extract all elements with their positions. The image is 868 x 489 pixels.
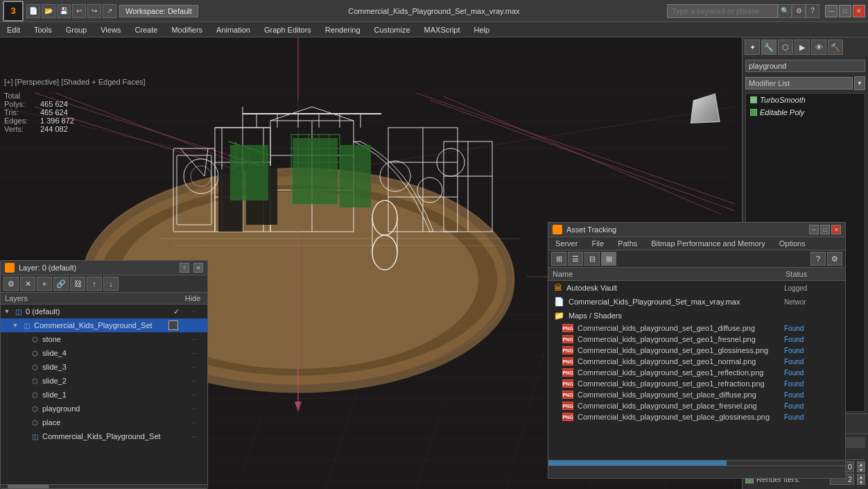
- asset-file-item[interactable]: PNG Commercial_kids_playground_set_geo1_…: [548, 367, 845, 378]
- ts-iterations-up[interactable]: ▲: [857, 461, 865, 467]
- ts-iterations-down[interactable]: ▼: [857, 467, 865, 472]
- turbosmooth-dot: [750, 96, 757, 103]
- menu-modifiers[interactable]: Modifiers: [164, 22, 209, 37]
- search-btn[interactable]: 🔍: [778, 4, 792, 18]
- layer-item[interactable]: ▼ ◫ 0 (default) ✓ ···: [1, 304, 207, 318]
- layers-new-btn[interactable]: +: [37, 277, 52, 291]
- layer-check: ✓: [171, 307, 181, 316]
- select-btn[interactable]: ↗: [103, 4, 116, 18]
- close-btn[interactable]: ✕: [853, 5, 865, 17]
- utilities-tab-btn[interactable]: 🔨: [828, 40, 843, 55]
- menu-animation[interactable]: Animation: [209, 22, 257, 37]
- modifier-turbosmooth[interactable]: TurboSmooth: [746, 94, 865, 106]
- asset-maps-group[interactable]: 📁 Maps / Shaders: [548, 309, 845, 323]
- menu-create[interactable]: Create: [128, 22, 164, 37]
- asset-settings-btn[interactable]: ⚙: [827, 252, 842, 266]
- menu-edit[interactable]: Edit: [0, 22, 27, 37]
- asset-file-item[interactable]: PNG Commercial_kids_playground_set_place…: [548, 411, 845, 422]
- ts-renderiters-down[interactable]: ▼: [857, 479, 865, 485]
- asset-file-item[interactable]: PNG Commercial_kids_playground_set_geo1_…: [548, 378, 845, 389]
- navigation-cube[interactable]: [679, 85, 728, 133]
- layers-scroll-thumb[interactable]: [8, 485, 49, 488]
- panel-search-input[interactable]: playground: [745, 60, 865, 72]
- maxfile-name: Commercial_Kids_Playground_Set_max_vray.…: [568, 298, 780, 306]
- menu-customize[interactable]: Customize: [367, 22, 417, 37]
- asset-tool-2[interactable]: ☰: [568, 252, 583, 266]
- asset-tool-1[interactable]: ⊞: [551, 252, 566, 266]
- layer-item[interactable]: ⬡ slide_4 ···: [1, 346, 207, 360]
- asset-menu-server[interactable]: Server: [548, 239, 584, 248]
- layer-item[interactable]: ⬡ slide_1 ···: [1, 388, 207, 402]
- save-btn[interactable]: 💾: [57, 4, 71, 18]
- redo-btn[interactable]: ↪: [87, 4, 101, 18]
- asset-maxfile-group[interactable]: 📄 Commercial_Kids_Playground_Set_max_vra…: [548, 295, 845, 309]
- layers-unlink-btn[interactable]: ⛓: [70, 277, 85, 291]
- create-tab-btn[interactable]: ✦: [745, 40, 760, 55]
- asset-vault-group[interactable]: 🏛 Autodesk Vault Logged: [548, 281, 845, 295]
- asset-menu-bitmap-perf[interactable]: Bitmap Performance and Memory: [644, 239, 772, 248]
- menu-graph-editors[interactable]: Graph Editors: [257, 22, 318, 37]
- menu-views[interactable]: Views: [94, 22, 128, 37]
- expand-icon: [20, 336, 27, 343]
- asset-tool-4[interactable]: ⊞: [601, 252, 616, 266]
- help-btn[interactable]: ?: [806, 4, 819, 18]
- display-tab-btn[interactable]: 👁: [811, 40, 826, 55]
- expand-icon: [20, 350, 27, 357]
- modify-tab-btn[interactable]: 🔧: [761, 40, 776, 55]
- layer-item[interactable]: ▼ ◫ Commercial_Kids_Playground_Set ···: [1, 318, 207, 332]
- asset-restore-btn[interactable]: □: [820, 225, 830, 234]
- menu-tools[interactable]: Tools: [27, 22, 59, 37]
- layers-close-btn[interactable]: ✕: [193, 263, 203, 273]
- asset-menu-paths[interactable]: Paths: [611, 239, 644, 248]
- layers-link-btn[interactable]: 🔗: [53, 277, 69, 291]
- motion-tab-btn[interactable]: ▶: [795, 40, 810, 55]
- menu-rendering[interactable]: Rendering: [318, 22, 367, 37]
- asset-file-item[interactable]: PNG Commercial_kids_playground_set_geo1_…: [548, 345, 845, 356]
- asset-file-item[interactable]: PNG Commercial_kids_playground_set_place…: [548, 389, 845, 400]
- layers-move-down-btn[interactable]: ↓: [103, 277, 119, 291]
- undo-btn[interactable]: ↩: [72, 4, 86, 18]
- asset-file-status: Found: [784, 358, 840, 366]
- layer-item[interactable]: ⬡ stone ···: [1, 332, 207, 346]
- asset-minimize-btn[interactable]: ─: [809, 225, 819, 234]
- ts-renderiters-spinner[interactable]: ▲ ▼: [857, 474, 865, 485]
- minimize-btn[interactable]: ─: [825, 5, 837, 17]
- ts-iterations-spinner[interactable]: ▲ ▼: [857, 461, 865, 472]
- layer-item[interactable]: ⬡ playground ···: [1, 402, 207, 415]
- modifier-dropdown-btn[interactable]: ▼: [854, 76, 865, 90]
- layers-delete-btn[interactable]: ✕: [20, 277, 35, 291]
- layer-item[interactable]: ⬡ slide_3 ···: [1, 360, 207, 374]
- menu-maxscript[interactable]: MAXScript: [417, 22, 467, 37]
- asset-close-btn[interactable]: ✕: [831, 225, 841, 234]
- asset-help-btn[interactable]: ?: [810, 252, 826, 266]
- new-btn[interactable]: 📄: [26, 4, 40, 18]
- layer-item[interactable]: ◫ Commercial_Kids_Playground_Set ···: [1, 429, 207, 443]
- layer-item[interactable]: ⬡ slide_2 ···: [1, 374, 207, 388]
- menu-group[interactable]: Group: [59, 22, 94, 37]
- layers-scrollbar[interactable]: [1, 484, 207, 488]
- hierarchy-tab-btn[interactable]: ⬡: [778, 40, 793, 55]
- menu-help[interactable]: Help: [467, 22, 497, 37]
- settings-icon[interactable]: ⚙: [792, 4, 806, 18]
- restore-btn[interactable]: □: [839, 5, 851, 17]
- expand-icon[interactable]: ▼: [12, 322, 19, 329]
- layer-item[interactable]: ⬡ place ···: [1, 415, 207, 429]
- modifier-editable-poly[interactable]: Editable Poly: [746, 106, 865, 119]
- expand-icon[interactable]: ▼: [3, 308, 10, 315]
- asset-menu-options[interactable]: Options: [772, 239, 813, 248]
- layers-settings-btn[interactable]: ⚙: [3, 277, 19, 291]
- edges-value: 1 396 872: [40, 117, 74, 125]
- asset-file-item[interactable]: PNG Commercial_kids_playground_set_geo1_…: [548, 334, 845, 345]
- layer-checkbox[interactable]: [168, 320, 178, 330]
- asset-tool-3[interactable]: ⊟: [584, 252, 600, 266]
- asset-file-item[interactable]: PNG Commercial_kids_playground_set_geo1_…: [548, 356, 845, 367]
- asset-menu-file[interactable]: File: [584, 239, 611, 248]
- layers-move-up-btn[interactable]: ↑: [87, 277, 102, 291]
- ts-renderiters-up[interactable]: ▲: [857, 474, 865, 479]
- layers-question-btn[interactable]: ?: [180, 263, 189, 273]
- open-btn[interactable]: 📂: [42, 4, 55, 18]
- search-input[interactable]: [667, 4, 778, 18]
- expand-icon: [20, 377, 27, 384]
- asset-file-item[interactable]: PNG Commercial_kids_playground_set_geo1_…: [548, 323, 845, 334]
- asset-file-item[interactable]: PNG Commercial_kids_playground_set_place…: [548, 400, 845, 411]
